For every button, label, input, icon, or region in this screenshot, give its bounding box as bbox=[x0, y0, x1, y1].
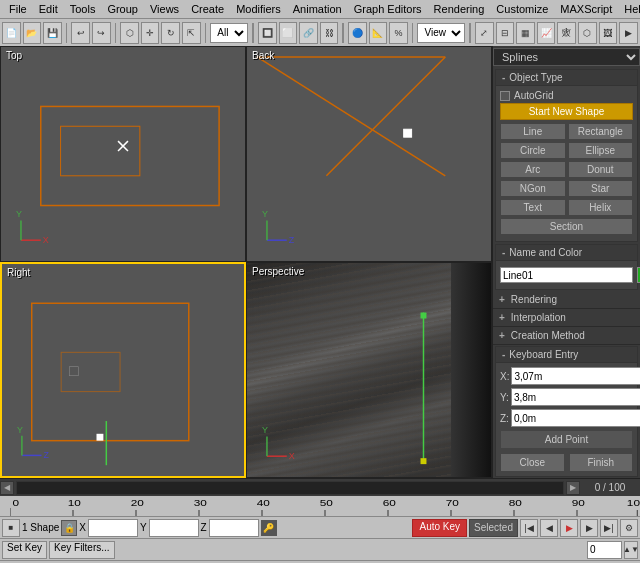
y-label: Y: bbox=[500, 392, 509, 403]
go-start-btn[interactable]: |◀ bbox=[520, 519, 538, 537]
move-btn[interactable]: ✛ bbox=[141, 22, 160, 44]
layer-btn[interactable]: ▦ bbox=[516, 22, 535, 44]
start-new-shape-btn[interactable]: Start New Shape bbox=[500, 103, 633, 120]
quick-render[interactable]: ▶ bbox=[619, 22, 638, 44]
interpolation-section[interactable]: + Interpolation bbox=[493, 309, 640, 327]
object-name-input[interactable] bbox=[500, 267, 633, 283]
y-coord-field[interactable] bbox=[149, 519, 199, 537]
3d-snap[interactable]: 🔵 bbox=[348, 22, 367, 44]
curve-btn[interactable]: 📈 bbox=[537, 22, 556, 44]
select-region[interactable]: ⬜ bbox=[279, 22, 298, 44]
play-btn[interactable]: ▶ bbox=[560, 519, 578, 537]
align-btn[interactable]: ⊟ bbox=[496, 22, 515, 44]
creation-method-section[interactable]: + Creation Method bbox=[493, 327, 640, 345]
options-btn[interactable]: ⚙ bbox=[620, 519, 638, 537]
splines-dropdown[interactable]: Splines bbox=[493, 48, 640, 66]
ruler-ticks[interactable]: 0 10 20 30 40 50 60 70 80 90 100 bbox=[10, 496, 640, 516]
ngon-btn[interactable]: NGon bbox=[500, 180, 566, 197]
section-btn[interactable]: Section bbox=[500, 218, 633, 235]
text-btn[interactable]: Text bbox=[500, 199, 566, 216]
vp-perspective-canvas: X Y bbox=[247, 263, 491, 477]
menu-rendering[interactable]: Rendering bbox=[429, 2, 490, 16]
unlink-btn[interactable]: ⛓ bbox=[320, 22, 339, 44]
save-btn[interactable]: 💾 bbox=[43, 22, 62, 44]
close-btn[interactable]: Close bbox=[500, 453, 565, 472]
menu-help[interactable]: Help bbox=[619, 2, 640, 16]
arc-btn[interactable]: Arc bbox=[500, 161, 566, 178]
helix-btn[interactable]: Helix bbox=[568, 199, 634, 216]
star-btn[interactable]: Star bbox=[568, 180, 634, 197]
x-input[interactable] bbox=[511, 367, 640, 385]
line-btn[interactable]: Line bbox=[500, 123, 566, 140]
viewport-back[interactable]: Back Z Y bbox=[246, 46, 492, 262]
pct-snap[interactable]: % bbox=[389, 22, 408, 44]
render-btn[interactable]: 🖼 bbox=[599, 22, 618, 44]
autokey-btn[interactable]: Auto Key bbox=[412, 519, 467, 537]
menu-create[interactable]: Create bbox=[186, 2, 229, 16]
sep2 bbox=[115, 23, 117, 43]
tl-track[interactable] bbox=[16, 481, 564, 495]
add-point-btn[interactable]: Add Point bbox=[500, 430, 633, 449]
menu-views[interactable]: Views bbox=[145, 2, 184, 16]
rendering-section[interactable]: + Rendering bbox=[493, 291, 640, 309]
new-btn[interactable]: 📄 bbox=[2, 22, 21, 44]
undo-btn[interactable]: ↩ bbox=[71, 22, 90, 44]
rectangle-btn[interactable]: Rectangle bbox=[568, 123, 634, 140]
frame-ruler: 0 10 20 30 40 50 60 70 80 90 100 bbox=[0, 496, 640, 516]
keyboard-entry-header[interactable]: - Keyboard Entry bbox=[496, 347, 637, 363]
view-select[interactable]: View bbox=[417, 23, 465, 43]
menu-file[interactable]: File bbox=[4, 2, 32, 16]
ellipse-btn[interactable]: Ellipse bbox=[568, 142, 634, 159]
viewport-perspective[interactable]: Perspective X Y bbox=[246, 262, 492, 478]
menu-modifiers[interactable]: Modifiers bbox=[231, 2, 286, 16]
angle-snap[interactable]: 📐 bbox=[369, 22, 388, 44]
y-input[interactable] bbox=[511, 388, 640, 406]
set-key-btn[interactable]: Set Key bbox=[2, 541, 47, 559]
close-finish-row: Close Finish bbox=[500, 453, 633, 472]
circle-btn[interactable]: Circle bbox=[500, 142, 566, 159]
y-coord-label: Y bbox=[140, 522, 147, 533]
schematic-btn[interactable]: 🕸 bbox=[557, 22, 576, 44]
viewport-right[interactable]: Right □ Z Y bbox=[0, 262, 246, 478]
tl-prev-btn[interactable]: ◀ bbox=[0, 481, 14, 495]
frame-spinner[interactable]: ▲▼ bbox=[624, 541, 638, 559]
prev-frame-btn[interactable]: ◀ bbox=[540, 519, 558, 537]
menu-customize[interactable]: Customize bbox=[491, 2, 553, 16]
finish-btn[interactable]: Finish bbox=[569, 453, 634, 472]
frame-number-input[interactable] bbox=[587, 541, 622, 559]
select-filter[interactable]: 🔲 bbox=[258, 22, 277, 44]
menu-animation[interactable]: Animation bbox=[288, 2, 347, 16]
viewport-top[interactable]: Top X Y bbox=[0, 46, 246, 262]
key-lock-btn[interactable]: 🔑 bbox=[261, 520, 277, 536]
svg-text:Y: Y bbox=[262, 425, 268, 435]
svg-line-9 bbox=[326, 57, 445, 176]
z-coord-field[interactable] bbox=[209, 519, 259, 537]
key-filters-btn[interactable]: Key Filters... bbox=[49, 541, 115, 559]
name-color-header[interactable]: - Name and Color bbox=[496, 245, 637, 261]
mirror-btn[interactable]: ⤢ bbox=[475, 22, 494, 44]
x-coord-field[interactable] bbox=[88, 519, 138, 537]
go-end-btn[interactable]: ▶| bbox=[600, 519, 618, 537]
menu-graph-editors[interactable]: Graph Editors bbox=[349, 2, 427, 16]
object-type-header[interactable]: - Object Type bbox=[496, 70, 637, 86]
svg-text:20: 20 bbox=[131, 497, 144, 507]
redo-btn[interactable]: ↪ bbox=[92, 22, 111, 44]
open-btn[interactable]: 📂 bbox=[23, 22, 42, 44]
lock-btn[interactable]: 🔒 bbox=[61, 520, 77, 536]
autogrid-checkbox[interactable] bbox=[500, 91, 510, 101]
z-input[interactable] bbox=[511, 409, 640, 427]
menu-maxscript[interactable]: MAXScript bbox=[555, 2, 617, 16]
menu-edit[interactable]: Edit bbox=[34, 2, 63, 16]
mode-select[interactable]: All bbox=[210, 23, 248, 43]
tl-next-btn[interactable]: ▶ bbox=[566, 481, 580, 495]
menu-group[interactable]: Group bbox=[102, 2, 143, 16]
link-btn[interactable]: 🔗 bbox=[299, 22, 318, 44]
next-frame-btn[interactable]: ▶ bbox=[580, 519, 598, 537]
rotate-btn[interactable]: ↻ bbox=[161, 22, 180, 44]
shape-type-btn[interactable]: ■ bbox=[2, 519, 20, 537]
select-btn[interactable]: ⬡ bbox=[120, 22, 139, 44]
material-btn[interactable]: ⬡ bbox=[578, 22, 597, 44]
scale-btn[interactable]: ⇱ bbox=[182, 22, 201, 44]
donut-btn[interactable]: Donut bbox=[568, 161, 634, 178]
menu-tools[interactable]: Tools bbox=[65, 2, 101, 16]
